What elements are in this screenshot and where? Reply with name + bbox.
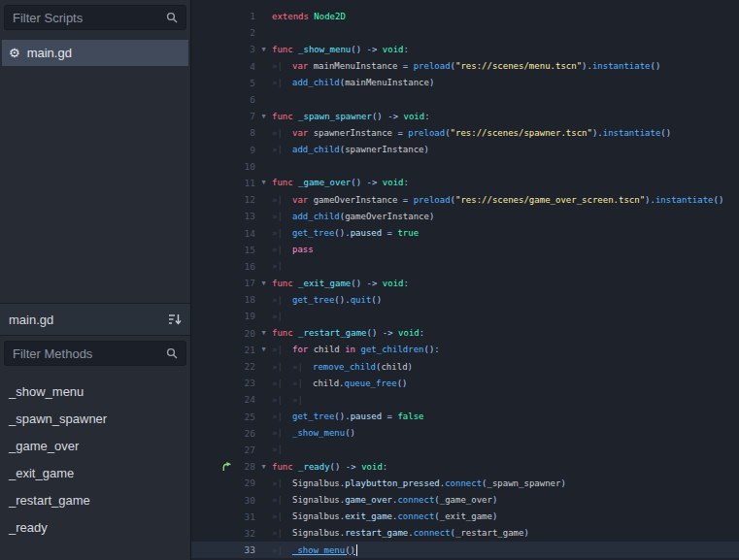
filter-methods-input[interactable]: Filter Methods (4, 341, 186, 366)
tab-indent-marker: »| (292, 379, 313, 388)
sort-methods-button[interactable] (159, 304, 190, 335)
line-number: 28 (236, 461, 255, 472)
line-number: 19 (236, 311, 255, 321)
code-token: _spawn_spawner (298, 112, 372, 121)
fold-arrow-icon[interactable]: ▼ (255, 113, 272, 120)
code-token: var (292, 61, 314, 71)
method-item[interactable]: _ready (0, 513, 190, 541)
code-line[interactable]: 9»|add_child(spawnerInstance) (191, 142, 739, 158)
code-token: () -> (351, 45, 383, 54)
fold-arrow-icon[interactable]: ▼ (255, 463, 272, 471)
filter-scripts-input[interactable]: Filter Scripts (4, 5, 186, 30)
code-token: _restart_game (455, 528, 523, 538)
fold-arrow-icon[interactable]: ▼ (255, 46, 272, 53)
code-line[interactable]: 24»|»| (191, 391, 739, 408)
code-token: Node2D (314, 12, 346, 21)
code-line[interactable]: 2 (191, 24, 739, 41)
script-item-label: main.gd (27, 46, 72, 60)
code-line[interactable]: 7▼func _spawn_spawner() -> void: (191, 108, 739, 124)
line-number: 7 (236, 111, 255, 121)
code-line[interactable]: 16»| (191, 258, 739, 275)
code-token: child (381, 362, 407, 372)
line-number: 17 (236, 278, 255, 288)
line-number: 10 (236, 161, 255, 172)
code-line[interactable]: 32»|Signalbus.restart_game.connect(_rest… (191, 525, 739, 542)
code-line[interactable]: 22»|»|remove_child(child) (191, 358, 739, 375)
line-number: 22 (236, 361, 255, 372)
scripts-panel-spacer (0, 66, 190, 303)
code-line[interactable]: 1extends Node2D (191, 8, 739, 24)
code-line[interactable]: 18»|get_tree().quit() (191, 291, 739, 308)
fold-arrow-icon[interactable]: ▼ (255, 346, 272, 353)
code-line[interactable]: 29»|Signalbus.playbutton_pressed.connect… (191, 475, 739, 491)
method-item[interactable]: _spawn_spawner (0, 405, 190, 432)
code-line[interactable]: 15»|pass (191, 242, 739, 258)
code-token: func (272, 178, 298, 187)
code-token: restart_game (345, 528, 408, 538)
code-token: for (292, 345, 314, 354)
code-token: in (345, 345, 360, 354)
code-token: "res://scenes/menu.tscn" (455, 61, 582, 71)
code-text: »|var gameOverInstance = preload("res://… (272, 195, 723, 205)
tab-indent-marker: »| (272, 545, 292, 555)
code-token: _restart_game (298, 328, 366, 338)
method-item[interactable]: _restart_game (0, 486, 190, 513)
code-token: spawnerInstance (314, 128, 398, 138)
tab-indent-marker: »| (272, 428, 292, 438)
code-line[interactable]: 27»| (191, 442, 739, 458)
gear-icon: ⚙ (9, 47, 20, 59)
code-token: child (314, 345, 346, 354)
code-token: _exit_game (440, 511, 492, 521)
code-text: »|Signalbus.game_over.connect(_game_over… (272, 495, 497, 505)
code-token: game_over (345, 495, 392, 505)
code-line[interactable]: 19»| (191, 308, 739, 324)
method-item[interactable]: _game_over (0, 432, 190, 459)
script-item[interactable]: ⚙main.gd (2, 40, 188, 66)
code-line[interactable]: 12»|var gameOverInstance = preload("res:… (191, 191, 739, 208)
fold-arrow-icon[interactable]: ▼ (255, 329, 272, 337)
code-line[interactable]: 33»|_show_menu() (191, 542, 739, 558)
code-text: »|get_tree().quit() (272, 295, 382, 305)
code-line[interactable]: 10 (191, 158, 739, 175)
code-line[interactable]: 6 (191, 91, 739, 108)
code-line[interactable]: 3▼func _show_menu() -> void: (191, 41, 739, 57)
code-line[interactable]: 30»|Signalbus.game_over.connect(_game_ov… (191, 491, 739, 508)
line-number: 12 (236, 194, 255, 205)
code-line[interactable]: 11▼func _game_over() -> void: (191, 175, 739, 191)
code-token: (). (334, 228, 350, 238)
code-token: gameOverInstance (345, 212, 429, 221)
code-line[interactable]: 23»|»|child.queue_free() (191, 375, 739, 391)
code-line[interactable]: 14»|get_tree().paused = true (191, 224, 739, 241)
code-line[interactable]: 28▼func _ready() -> void: (191, 458, 739, 475)
code-token: = (382, 228, 397, 238)
code-line[interactable]: 8»|var spawnerInstance = preload("res://… (191, 124, 739, 141)
code-line[interactable]: 13»|add_child(gameOverInstance) (191, 208, 739, 224)
code-line[interactable]: 31»|Signalbus.exit_game.connect(_exit_ga… (191, 509, 739, 525)
method-item[interactable]: _exit_game (0, 459, 190, 486)
code-token: ) (423, 145, 428, 154)
code-line[interactable]: 26»|_show_menu() (191, 425, 739, 442)
method-item[interactable]: _show_menu (0, 378, 190, 405)
code-line[interactable]: 17▼func _exit_game() -> void: (191, 275, 739, 291)
code-line[interactable]: 25»|get_tree().paused = false (191, 409, 739, 425)
code-line[interactable]: 5»|add_child(mainMenuInstance) (191, 75, 739, 91)
code-text: »|_show_menu() (272, 428, 355, 438)
fold-arrow-icon[interactable]: ▼ (255, 280, 272, 287)
code-token: : (420, 328, 424, 338)
line-number: 31 (236, 511, 255, 522)
code-line[interactable]: 21▼»|for child in get_children(): (191, 342, 739, 358)
code-text: »|get_tree().paused = true (272, 228, 419, 238)
code-text: »|var mainMenuInstance = preload("res://… (272, 61, 660, 71)
code-line[interactable]: 4»|var mainMenuInstance = preload("res:/… (191, 58, 739, 75)
line-number: 27 (236, 445, 255, 455)
code-token: : (403, 279, 408, 288)
code-editor[interactable]: 1extends Node2D23▼func _show_menu() -> v… (191, 0, 739, 560)
code-line[interactable]: 20▼func _restart_game() -> void: (191, 325, 739, 342)
code-text: func _restart_game() -> void: (272, 328, 424, 338)
fold-arrow-icon[interactable]: ▼ (255, 179, 272, 186)
code-token: true (397, 228, 419, 238)
code-token: child (313, 379, 339, 388)
code-token: connect (397, 511, 434, 521)
code-text: extends Node2D (272, 12, 346, 21)
code-text: »|pass (272, 245, 314, 254)
